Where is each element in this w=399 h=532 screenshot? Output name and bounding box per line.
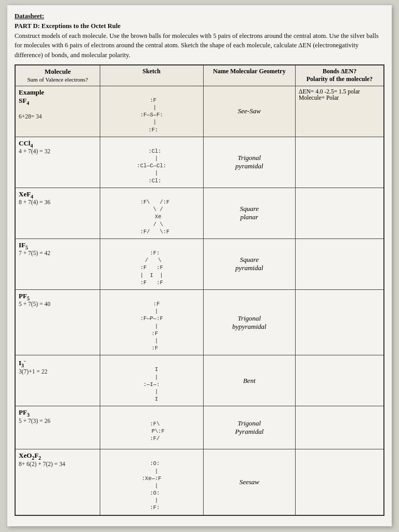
- main-table: Molecule Sum of Valence electrons? Sketc…: [15, 64, 384, 516]
- part-d-title: PART D: Exceptions to the Octet Rule: [15, 22, 121, 30]
- geometry-cell-ccl4: Trigonalpyramidal: [203, 137, 296, 188]
- sketch-cell-i3: I | :—I—: | I: [100, 355, 203, 406]
- molecule-calc: 3(7)+1 = 22: [19, 368, 97, 375]
- molecule-calc: 8+ 6(2) + 7(2) = 34: [19, 461, 97, 467]
- bonds-cell-xeo2f2: [296, 449, 384, 515]
- lewis-structure-pf5: :F | :F—P—:F | :F | :F: [140, 293, 163, 352]
- molecule-name: I3-: [19, 357, 97, 368]
- sketch-cell-xeo2f2: :O: | :Xe—:F | :O: | :F:: [100, 449, 203, 515]
- molecule-cell: IF5 7 + 7(5) = 42: [15, 238, 100, 289]
- molecule-name: CCl4: [19, 139, 97, 149]
- table-row: I3- 3(7)+1 = 22 I | :—I—: | I Bent: [15, 355, 384, 406]
- molecule-calc: 4 + 7(4) = 32: [19, 148, 97, 154]
- lewis-structure-pf3: :F\ P\:F :F/: [138, 413, 164, 443]
- molecule-calc: 5 + 7(5) = 40: [19, 301, 97, 307]
- sketch-cell-ccl4: :Cl: | :Cl—C—Cl: | :Cl:: [100, 137, 203, 188]
- table-row: XeF4 8 + 7(4) = 36 :F\ /:F \ / Xe / \ :F…: [15, 188, 384, 238]
- col-bonds-header: Bonds ΔEN? Polarity of the molecule?: [296, 65, 384, 86]
- bonds-cell-ccl4: [296, 137, 384, 188]
- molecule-calc: 6+28= 34: [19, 113, 97, 119]
- table-row: CCl4 4 + 7(4) = 32 :Cl: | :Cl—C—Cl: | :C…: [15, 137, 384, 188]
- molecule-formula: SF4: [19, 97, 97, 106]
- molecule-calc: 8 + 7(4) = 36: [19, 199, 97, 205]
- col-geometry-header: Name Molecular Geometry: [203, 65, 296, 86]
- molecule-name: PF5: [19, 292, 97, 301]
- molecule-name: XeF4: [19, 190, 97, 200]
- table-row: IF5 7 + 7(5) = 42 :F: / \ :F :F | I | :F…: [15, 238, 384, 289]
- bonds-cell-pf5: [296, 289, 384, 355]
- col-molecule-header: Molecule Sum of Valence electrons?: [15, 65, 100, 86]
- geometry-cell-xeo2f2: Seesaw: [203, 449, 296, 515]
- bonds-cell-pf3: [296, 406, 384, 449]
- lewis-structure-xeo2f2: :O: | :Xe—:F | :O: | :F:: [142, 453, 162, 511]
- sketch-cell-xef4: :F\ /:F \ / Xe / \ :F/ \:F: [100, 188, 203, 238]
- molecule-cell: I3- 3(7)+1 = 22: [15, 355, 100, 406]
- lewis-structure-i3: I | :—I—: | I: [143, 358, 160, 403]
- molecule-cell: CCl4 4 + 7(4) = 32: [15, 137, 100, 188]
- sketch-cell-if5: :F: / \ :F :F | I | :F :F: [100, 238, 203, 289]
- molecule-name: PF3: [19, 408, 97, 418]
- page: Datasheet: PART D: Exceptions to the Oct…: [7, 5, 392, 526]
- molecule-cell: PF3 5 + 7(3) = 26: [15, 406, 100, 449]
- molecule-cell: Example SF4 6+28= 34: [15, 86, 100, 137]
- molecule-name: Example: [19, 88, 97, 97]
- sketch-cell-pf5: :F | :F—P—:F | :F | :F: [100, 289, 203, 355]
- bonds-cell-if5: [296, 238, 384, 289]
- molecule-name: IF5: [19, 241, 97, 250]
- molecule-cell: XeF4 8 + 7(4) = 36: [15, 188, 100, 238]
- geometry-cell-i3: Bent: [203, 355, 296, 406]
- table-header-row: Molecule Sum of Valence electrons? Sketc…: [15, 65, 384, 86]
- bonds-cell-sf4: ΔEN= 4.0 -2.5= 1.5 polarMolecule= Polar: [296, 86, 384, 137]
- lewis-structure-if5: :F: / \ :F :F | I | :F :F: [140, 242, 163, 286]
- bonds-cell-xef4: [296, 188, 384, 238]
- lewis-structure-ccl4: :Cl: | :Cl—C—Cl: | :Cl:: [137, 140, 166, 184]
- table-row: PF3 5 + 7(3) = 26 :F\ P\:F :F/ TrigonalP…: [15, 406, 384, 449]
- instruction-text: Construct models of each molecule. Use t…: [15, 32, 379, 59]
- table-row: PF5 5 + 7(5) = 40 :F | :F—P—:F | :F | :F…: [15, 289, 384, 355]
- molecule-calc: 7 + 7(5) = 42: [19, 250, 97, 256]
- geometry-cell-pf5: Trigonalbypyramidal: [203, 289, 296, 355]
- lewis-structure-xef4: :F\ /:F \ / Xe / \ :F/ \:F: [134, 191, 169, 235]
- molecule-calc: 5 + 7(3) = 26: [19, 418, 97, 424]
- geometry-cell-sf4: See-Saw: [203, 86, 296, 137]
- col-sketch-header: Sketch: [100, 65, 203, 86]
- geometry-cell-if5: Squarepyramidal: [203, 238, 296, 289]
- sketch-cell-sf4: :F | :F—S—F: | :F:: [100, 86, 203, 137]
- instructions: Datasheet: PART D: Exceptions to the Oct…: [15, 11, 384, 60]
- molecule-cell: XeO2F2 8+ 6(2) + 7(2) = 34: [15, 449, 100, 515]
- geometry-cell-xef4: Squareplanar: [203, 188, 296, 238]
- sketch-cell-pf3: :F\ P\:F :F/: [100, 406, 203, 449]
- geometry-cell-pf3: TrigonalPyramidal: [203, 406, 296, 449]
- molecule-cell: PF5 5 + 7(5) = 40: [15, 289, 100, 355]
- table-row: XeO2F2 8+ 6(2) + 7(2) = 34 :O: | :Xe—:F …: [15, 449, 384, 515]
- bonds-cell-i3: [296, 355, 384, 406]
- datasheet-label: Datasheet:: [15, 12, 44, 20]
- table-row: Example SF4 6+28= 34 :F | :F—S—F: | :F: …: [15, 86, 384, 137]
- lewis-structure-sf4: :F | :F—S—F: | :F:: [140, 89, 163, 134]
- molecule-name: XeO2F2: [19, 451, 97, 461]
